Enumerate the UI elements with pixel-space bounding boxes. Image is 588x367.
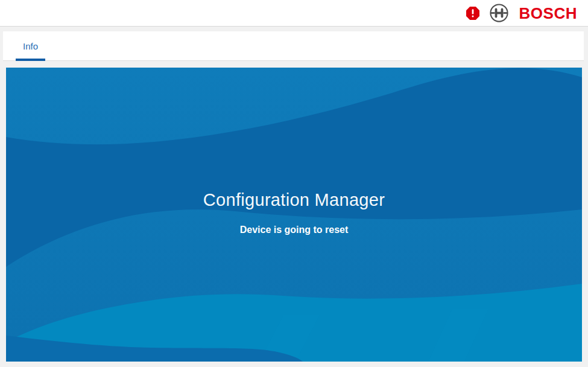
top-bar: BOSCH (0, 0, 588, 27)
banner-status-message: Device is going to reset (6, 225, 582, 235)
tab-info[interactable]: Info (16, 31, 45, 60)
tab-bar: Info (3, 31, 584, 61)
bosch-anchor-logo-icon (489, 3, 509, 23)
banner-caption: Configuration Manager Device is going to… (6, 190, 582, 235)
alert-error-icon[interactable] (466, 6, 480, 21)
info-banner: Configuration Manager Device is going to… (6, 68, 582, 362)
brand-wordmark: BOSCH (519, 5, 577, 21)
banner-title: Configuration Manager (6, 190, 582, 210)
